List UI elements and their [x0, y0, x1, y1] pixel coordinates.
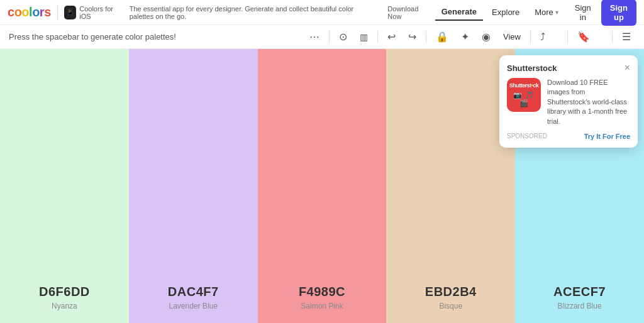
columns-icon: ▥	[360, 32, 368, 42]
nav-generate[interactable]: Generate	[435, 4, 483, 21]
divider-5	[567, 31, 568, 43]
ad-header: Shutterstock ×	[507, 63, 630, 73]
logo-text: coolors	[8, 5, 51, 19]
name-2: Salmon Pink	[301, 302, 343, 310]
ios-promo: 📱 Coolors for iOS The essential app for …	[57, 5, 429, 20]
name-4: Blizzard Blue	[558, 302, 602, 310]
ios-label: Coolors for iOS	[79, 5, 121, 20]
columns-button[interactable]: ▥	[355, 30, 372, 45]
name-0: Nyanza	[52, 302, 77, 310]
redo-icon: ↪	[408, 31, 416, 43]
ad-logo-icons: 📷 🎵 🎬	[509, 91, 538, 107]
swatch-2[interactable]: F4989C Salmon Pink	[258, 49, 387, 323]
download-link[interactable]: Download Now	[387, 5, 428, 20]
ad-body-text: Download 10 FREE images from Shutterstoc…	[547, 78, 630, 126]
toolbar-actions: ⋯ ⊙ ▥ ↩ ↪ 🔒 ✦ ◉ View ⤴	[305, 28, 635, 45]
brightness-button[interactable]: ✦	[457, 28, 474, 45]
ad-body: Shutterst•ck 📷 🎵 🎬 Download 10 FREE imag…	[507, 78, 630, 126]
undo-button[interactable]: ↩	[383, 28, 400, 45]
menu-button[interactable]: ☰	[618, 28, 635, 45]
camera-button[interactable]: ⊙	[335, 28, 352, 45]
ad-logo: Shutterst•ck 📷 🎵 🎬	[507, 78, 541, 112]
ad-cta-button[interactable]: Try It For Free	[584, 133, 630, 140]
ad-close-button[interactable]: ×	[625, 63, 630, 73]
dots-button[interactable]: ⋯	[305, 28, 324, 45]
divider-6	[612, 31, 613, 43]
hex-1: DAC4F7	[168, 285, 219, 299]
view-button[interactable]: View	[499, 30, 525, 44]
chevron-down-icon: ▾	[555, 9, 558, 16]
eye-icon: ◉	[482, 31, 491, 43]
lock-button[interactable]: 🔒	[431, 28, 453, 45]
swatch-1[interactable]: DAC4F7 Lavender Blue	[129, 49, 258, 323]
name-3: Bisque	[439, 302, 462, 310]
swatch-3[interactable]: EBD2B4 Bisque	[386, 49, 515, 323]
ios-app-icon: 📱	[64, 6, 76, 19]
export-button[interactable]	[553, 35, 562, 40]
menu-icon: ☰	[622, 31, 631, 43]
divider-3	[426, 31, 426, 43]
hex-0: D6F6DD	[39, 285, 90, 299]
divider-4	[530, 31, 531, 43]
share-icon: ⤴	[540, 31, 545, 43]
ad-title: Shutterstock	[507, 63, 557, 73]
save-button[interactable]	[598, 35, 607, 40]
logo[interactable]: coolors	[8, 5, 51, 19]
undo-icon: ↩	[387, 31, 396, 43]
camera-icon: ⊙	[339, 31, 347, 43]
hex-2: F4989C	[299, 285, 345, 299]
nav-explore[interactable]: Explore	[486, 4, 526, 20]
eye-button[interactable]: ◉	[477, 28, 495, 45]
ad-sponsored: SPONSORED	[507, 133, 547, 140]
hex-3: EBD2B4	[425, 285, 477, 299]
bookmark-button[interactable]: 🔖	[573, 28, 594, 45]
toolbar: Press the spacebar to generate color pal…	[0, 25, 644, 49]
redo-button[interactable]: ↪	[404, 28, 421, 45]
nav-more[interactable]: More ▾	[528, 4, 565, 20]
ad-footer: SPONSORED Try It For Free	[507, 133, 630, 140]
swatch-0[interactable]: D6F6DD Nyanza	[0, 49, 129, 323]
ad-popup: Shutterstock × Shutterst•ck 📷 🎵 🎬 Downlo…	[499, 55, 638, 148]
dots-icon: ⋯	[309, 31, 319, 43]
divider-1	[329, 31, 330, 43]
signup-button[interactable]: Sign up	[601, 0, 636, 26]
sun-icon: ✦	[461, 31, 469, 43]
ios-tagline: The essential app for every designer. Ge…	[130, 5, 380, 20]
top-nav: coolors 📱 Coolors for iOS The essential …	[0, 0, 644, 25]
toolbar-hint: Press the spacebar to generate color pal…	[9, 32, 301, 41]
palette: D6F6DD Nyanza DAC4F7 Lavender Blue F4989…	[0, 49, 644, 323]
signin-button[interactable]: Sign in	[567, 0, 599, 25]
hex-4: ACECF7	[553, 285, 606, 299]
ad-logo-text: Shutterst•ck	[509, 82, 539, 89]
nav-links: Generate Explore More ▾ Sign in Sign up	[435, 0, 636, 26]
name-1: Lavender Blue	[169, 302, 218, 310]
bookmark-icon: 🔖	[577, 31, 590, 43]
share-button[interactable]: ⤴	[536, 29, 550, 45]
lock-icon: 🔒	[436, 31, 448, 43]
view-label: View	[503, 32, 521, 41]
divider-2	[377, 31, 378, 43]
